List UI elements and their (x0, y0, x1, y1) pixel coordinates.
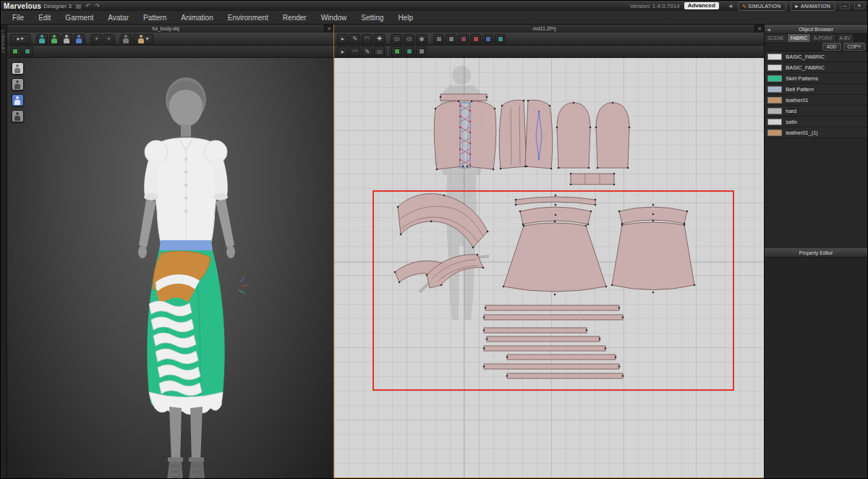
texture-back-icon[interactable] (470, 34, 481, 44)
avatar-figure[interactable] (138, 77, 248, 478)
fabric-row[interactable]: leather01_(1) (765, 127, 867, 138)
menu-render[interactable]: Render (276, 11, 314, 25)
avatar-thumb-2[interactable] (12, 78, 24, 90)
pattern-front-left (434, 101, 463, 169)
pattern-belt[interactable] (570, 173, 616, 186)
fabric-row[interactable]: Skirt Patterns (765, 73, 867, 84)
show-baseline-icon[interactable] (446, 34, 456, 44)
undo-icon[interactable]: ↶ (85, 3, 90, 9)
collapse-panel-icon[interactable]: ◀ (767, 27, 770, 32)
menu-environment[interactable]: Environment (221, 11, 276, 25)
toolbar-separator (388, 47, 388, 56)
measure-2d-icon[interactable] (416, 46, 427, 56)
fabric-row[interactable]: Belt Pattern (765, 84, 867, 95)
menu-animation[interactable]: Animation (174, 11, 220, 25)
transform-pattern-icon[interactable]: ▸ (337, 34, 348, 44)
pin-box-tool-icon[interactable]: + (103, 34, 114, 44)
add-fabric-button[interactable]: ADD (822, 43, 841, 51)
pattern-neck-band (441, 94, 487, 101)
show-sewing-icon[interactable] (391, 46, 402, 56)
pose-tool-icon[interactable] (121, 34, 132, 44)
redo-icon[interactable]: ↷ (95, 3, 100, 9)
tab-close-icon[interactable]: ✕ (325, 25, 333, 33)
main-area: LIBRARY ful_body.obj ✕ ▸ ▾ + + (1, 25, 867, 478)
pattern-placket[interactable] (459, 103, 471, 168)
tab-scene[interactable]: SCENE (765, 34, 787, 42)
minimize-button[interactable]: ─ (840, 2, 850, 9)
fabric-swatch (767, 64, 782, 71)
canvas-3d[interactable] (7, 58, 333, 478)
fabric-row[interactable]: BASIC_FABRIC (765, 51, 867, 62)
pin-tool-icon[interactable]: + (91, 34, 102, 44)
show-notch-icon[interactable] (404, 46, 414, 56)
fabric-swatch (767, 119, 782, 125)
tab-a-bv[interactable]: A-BV (837, 34, 854, 42)
tab-a-point[interactable]: A-POINT (811, 34, 836, 42)
toolbar-separator (388, 35, 388, 43)
tab-close-icon[interactable]: ✕ (755, 25, 764, 33)
canvas-2d[interactable] (334, 58, 764, 478)
edit-pattern-icon[interactable]: ✎ (349, 34, 360, 44)
announcement-icon[interactable]: ◄ (728, 3, 733, 9)
library-strip[interactable]: LIBRARY (1, 25, 7, 478)
object-browser-actions: ADD COPY (765, 42, 867, 51)
segment-sew-icon[interactable]: ▸ (337, 46, 348, 56)
menu-edit[interactable]: Edit (31, 11, 58, 25)
pattern-skirt-panel-1[interactable] (503, 221, 608, 296)
object-browser-header: ◀ Object Browser (765, 25, 867, 34)
show-avatar-mesh-icon[interactable] (61, 34, 72, 44)
fabric-row[interactable]: hard (765, 106, 867, 116)
menu-garment[interactable]: Garment (58, 11, 101, 25)
viewport-3d: ful_body.obj ✕ ▸ ▾ + + (7, 25, 333, 478)
avatar-thumb-1[interactable] (12, 62, 24, 75)
texture-surface-icon[interactable] (458, 34, 469, 44)
grid-toggle-icon[interactable] (22, 46, 33, 56)
snap-toggle-icon[interactable] (10, 46, 21, 56)
menu-avatar[interactable]: Avatar (101, 11, 136, 25)
fabric-row[interactable]: satin (765, 116, 867, 127)
create-rectangle-icon[interactable]: ▭ (404, 34, 414, 44)
pattern-sleeves-group[interactable] (556, 102, 631, 169)
close-button[interactable]: ✕ (854, 2, 864, 9)
tab-fabric[interactable]: FABRIC (788, 34, 811, 42)
simulation-button[interactable]: ϟ SIMULATION (738, 1, 786, 11)
create-polygon-icon[interactable]: ▭ (391, 34, 402, 44)
edit-curvature-icon[interactable]: ◠ (362, 34, 373, 44)
show-avatar-icon[interactable] (37, 34, 48, 44)
save-icon[interactable]: ▤ (76, 3, 82, 9)
add-point-icon[interactable]: ✚ (374, 34, 385, 44)
animation-button[interactable]: ▸ ANIMATION (791, 1, 835, 11)
show-seamline-icon[interactable] (433, 34, 444, 44)
fabric-list: BASIC_FABRIC BASIC_FABRIC Skirt Patterns… (765, 51, 867, 138)
fabric-swatch (767, 86, 782, 93)
menu-file[interactable]: File (5, 11, 31, 25)
pattern-bodice-group[interactable] (434, 94, 552, 170)
internal-line-icon[interactable]: ▭ (374, 46, 385, 56)
fabric-row[interactable]: BASIC_FABRIC (765, 62, 867, 73)
show-garment-icon[interactable] (49, 34, 60, 44)
pattern-ruffle-strips[interactable] (483, 305, 624, 378)
edit-sewing-icon[interactable]: ✎ (362, 46, 373, 56)
show-accessories-icon[interactable] (74, 34, 85, 44)
tab-3d-avatar-file[interactable]: ful_body.obj (7, 25, 325, 33)
free-sew-icon[interactable]: ◠ (349, 46, 360, 56)
toolbar-separator (88, 35, 88, 43)
menu-setting[interactable]: Setting (354, 11, 391, 25)
menu-help[interactable]: Help (391, 11, 420, 25)
select-tool-dropdown[interactable]: ▸ ▾ (10, 34, 30, 44)
copy-fabric-button[interactable]: COPY (843, 43, 865, 51)
fabric-swatch (767, 108, 782, 114)
menu-pattern[interactable]: Pattern (136, 11, 174, 25)
menu-window[interactable]: Window (314, 11, 354, 25)
show-grid-icon[interactable] (482, 34, 493, 44)
pattern-skirt-panel-2[interactable] (611, 220, 696, 294)
create-circle-icon[interactable] (416, 34, 427, 44)
avatar-thumb-3[interactable] (12, 110, 24, 122)
avatar-3d-render[interactable] (7, 58, 333, 478)
pattern-yoke-1[interactable] (519, 204, 592, 226)
tab-2d-project-file[interactable]: md11.ZPrj (334, 25, 755, 33)
garment-thumb-blue[interactable] (12, 94, 24, 106)
avatar-head-dropdown[interactable]: ▾ (133, 34, 153, 44)
fabric-row[interactable]: leather01 (765, 95, 867, 106)
show-pattern-mesh-icon[interactable] (495, 34, 506, 44)
